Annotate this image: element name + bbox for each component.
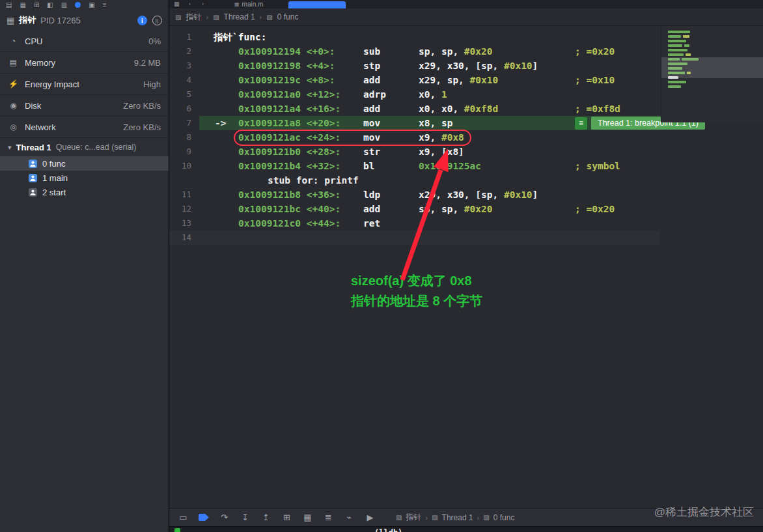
breadcrumb-item[interactable]: 0 func xyxy=(493,513,515,522)
line-number[interactable]: 3 xyxy=(169,59,199,73)
breadcrumb-item[interactable]: Thread 1 xyxy=(224,12,255,21)
line-number[interactable]: 8 xyxy=(169,130,199,145)
stat-row-memory[interactable]: ▤ Memory 9.2 MB xyxy=(0,52,169,74)
watermark: @稀土掘金技术社区 xyxy=(654,505,754,520)
process-pid: PID 17265 xyxy=(40,16,80,25)
breadcrumb-item-icon: ▨ xyxy=(483,514,489,521)
tab-active-disassembly[interactable] xyxy=(288,1,346,8)
stat-label: Energy Impact xyxy=(25,79,79,89)
forward-icon[interactable]: › xyxy=(202,0,204,8)
operand: sp, sp, xyxy=(419,204,464,214)
code-line[interactable]: 90x1009121b0 <+28>:strx9, [x8] xyxy=(169,145,659,159)
line-number[interactable]: 1 xyxy=(169,30,199,44)
stat-label: Network xyxy=(25,122,56,132)
instruction-address: 0x1009121a0 <+12>: xyxy=(238,87,363,102)
line-number[interactable]: 5 xyxy=(169,87,199,102)
code-line[interactable]: stub for: printf xyxy=(169,173,659,188)
code-line[interactable]: 40x10091219c <+8>:addx29, sp, #0x10; =0x… xyxy=(169,73,659,87)
chevron-down-icon[interactable]: ▾ xyxy=(8,143,12,152)
stack-frame-2 start[interactable]: 2 start xyxy=(0,185,169,199)
stat-row-energy[interactable]: ⚡ Energy Impact High xyxy=(0,74,169,95)
navigator-symbols-icon[interactable]: ▦ xyxy=(20,1,25,8)
info-icon[interactable]: i xyxy=(137,16,147,25)
code-line[interactable]: 130x1009121c0 <+44>:ret xyxy=(169,216,659,231)
tab-label: main.m xyxy=(242,1,264,8)
navigator-find-icon[interactable]: ⊞ xyxy=(34,1,39,8)
thread-header[interactable]: ▾ Thread 1 Queue: c...ead (serial) xyxy=(0,138,169,156)
operand: x0, xyxy=(419,89,441,100)
line-number[interactable] xyxy=(169,173,199,188)
step-out-icon[interactable]: ↥ xyxy=(260,513,271,522)
code-line[interactable]: 120x1009121bc <+40>:addsp, sp, #0x20; =0… xyxy=(169,202,659,216)
navigator-debug-icon[interactable] xyxy=(75,2,81,8)
code-line[interactable]: 80x1009121ac <+24>:movx9, #0x8 xyxy=(169,130,659,145)
line-number[interactable]: 2 xyxy=(169,44,199,59)
simulate-location-icon[interactable]: ▶ xyxy=(365,513,376,522)
navigator-breakpoints-icon[interactable]: ▣ xyxy=(89,1,94,8)
console-strip: (lldb) xyxy=(169,526,763,532)
breadcrumb-item[interactable]: Thread 1 xyxy=(442,513,473,522)
code-line[interactable]: 60x1009121a4 <+16>:addx0, x0, #0xf8d; =0… xyxy=(169,102,659,116)
navigator-issues-icon[interactable]: ◧ xyxy=(47,1,53,8)
operand: #0xf8d xyxy=(464,104,498,114)
step-over-icon[interactable]: ↷ xyxy=(219,513,230,522)
breadcrumb-item[interactable]: 指针 xyxy=(406,512,421,523)
navigator-reports-icon[interactable]: ≡ xyxy=(103,1,107,8)
memory-graph-icon[interactable]: ▦ xyxy=(302,513,313,522)
red-circle-annotation: 0x1009121ac <+24>:movx9, #0x8 xyxy=(238,130,464,145)
operand: #0x20 xyxy=(464,46,493,57)
instruction-address: 0x1009121ac <+24>: xyxy=(238,130,363,145)
navigator-tests-icon[interactable]: ▥ xyxy=(61,1,67,8)
line-number[interactable]: 13 xyxy=(169,216,199,231)
breakpoints-toggle-icon[interactable] xyxy=(199,514,209,521)
stat-row-cpu[interactable]: ◔ CPU 0% xyxy=(0,31,169,52)
pause-icon[interactable]: || xyxy=(152,16,162,25)
stack-frame-1 main[interactable]: 1 main xyxy=(0,171,169,185)
minimap-viewport[interactable] xyxy=(661,57,763,78)
instruction-operands: sp, sp, #0x20 xyxy=(419,44,575,59)
code-line[interactable]: 50x1009121a0 <+12>:adrpx0, 1 xyxy=(169,87,659,102)
code-line[interactable]: 1指针`func: xyxy=(169,30,659,44)
line-number[interactable]: 4 xyxy=(169,73,199,87)
hide-debug-area-icon[interactable]: ▭ xyxy=(178,513,189,522)
code-line[interactable]: 20x100912194 <+0>:subsp, sp, #0x20; =0x2… xyxy=(169,44,659,59)
related-items-icon[interactable]: ▦ xyxy=(174,0,180,8)
instruments-icon[interactable]: ⌁ xyxy=(344,513,355,522)
minimap-line xyxy=(686,53,691,56)
instruction-operands xyxy=(419,216,575,231)
environment-overrides-icon[interactable]: ≣ xyxy=(323,513,334,522)
instruction-operands: x8, sp xyxy=(419,116,575,130)
code-line[interactable]: 100x1009121b4 <+32>:bl0x1009125ac; symbo… xyxy=(169,159,659,173)
stack-frame-0 func[interactable]: 0 func xyxy=(0,156,169,171)
navigator-project-icon[interactable]: ▤ xyxy=(6,1,12,8)
thread-queue-label: Queue: c...ead (serial) xyxy=(56,143,137,152)
line-number[interactable]: 9 xyxy=(169,145,199,159)
minimap-line xyxy=(668,49,687,51)
line-number[interactable]: 10 xyxy=(169,159,199,173)
line-number[interactable]: 14 xyxy=(169,231,199,245)
stat-row-network[interactable]: ◎ Network Zero KB/s xyxy=(0,117,169,138)
minimap[interactable] xyxy=(661,26,763,122)
line-number[interactable]: 6 xyxy=(169,102,199,116)
process-row[interactable]: ▦ 指针 PID 17265 i || xyxy=(0,10,169,31)
line-number[interactable]: 11 xyxy=(169,188,199,202)
code-line[interactable]: 7->0x1009121a8 <+20>:movx8, sp≡Thread 1:… xyxy=(169,116,659,130)
tab-main-m[interactable]: ▦ main.m xyxy=(234,0,263,8)
line-number[interactable]: 7 xyxy=(169,116,199,130)
code-line[interactable]: 14 xyxy=(169,231,659,245)
instruction-mnemonic: add xyxy=(363,102,419,116)
instruction-operands: x9, #0x8 xyxy=(419,130,464,145)
step-into-icon[interactable]: ↧ xyxy=(240,513,251,522)
view-hierarchy-icon[interactable]: ⊞ xyxy=(281,513,292,522)
stat-row-disk[interactable]: ◉ Disk Zero KB/s xyxy=(0,95,169,117)
breadcrumb-item[interactable]: 指针 xyxy=(186,12,201,23)
line-number[interactable]: 12 xyxy=(169,202,199,216)
frame-label: 2 start xyxy=(42,188,66,197)
pc-arrow xyxy=(199,59,238,73)
back-icon[interactable]: ‹ xyxy=(189,0,191,8)
stack-frames: 0 func 1 main 2 start xyxy=(0,156,169,199)
instruction-address: 0x10091219c <+8>: xyxy=(238,73,363,87)
code-line[interactable]: 110x1009121b8 <+36>:ldpx29, x30, [sp, #0… xyxy=(169,188,659,202)
code-line[interactable]: 30x100912198 <+4>:stpx29, x30, [sp, #0x1… xyxy=(169,59,659,73)
breadcrumb-item[interactable]: 0 func xyxy=(277,12,299,21)
